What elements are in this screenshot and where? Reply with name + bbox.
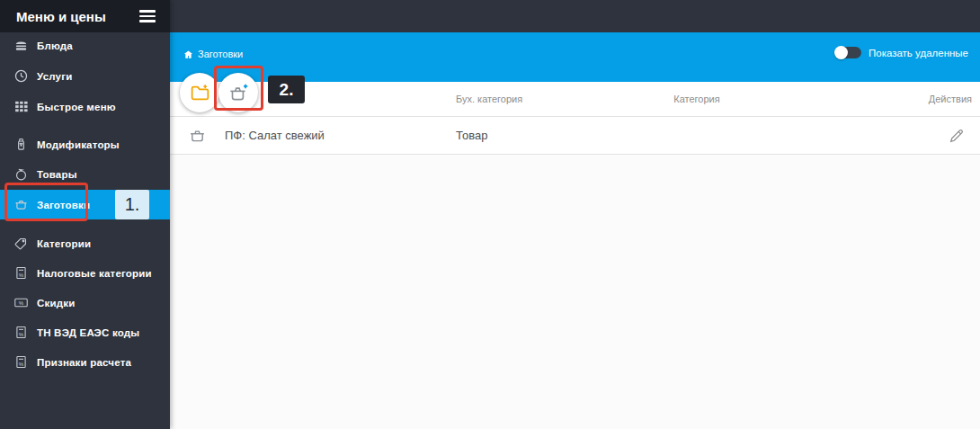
svg-text:%: % [18, 362, 23, 367]
toggle-knob [834, 46, 848, 59]
sidebar-item-preparations[interactable]: Заготовки [0, 190, 170, 219]
doc-percent-icon: % [13, 265, 29, 282]
sidebar-item-label: Товары [37, 169, 77, 180]
home-icon [183, 49, 193, 59]
pot-icon [13, 197, 29, 213]
column-header-category: Категория [655, 94, 738, 104]
tomato-icon [13, 166, 29, 183]
sidebar-item-label: Услуги [37, 71, 72, 82]
sidebar-item-services[interactable]: Услуги [0, 61, 170, 91]
sidebar-item-goods[interactable]: Товары [0, 159, 170, 189]
pot-icon [188, 126, 207, 145]
top-dark-strip [170, 0, 980, 32]
svg-text:%: % [18, 332, 23, 337]
table-header-row [170, 82, 980, 117]
table-row[interactable]: ПФ: Салат свежий Товар [170, 117, 980, 155]
discount-icon: % [13, 295, 29, 311]
sidebar-item-label: Блюда [37, 40, 73, 51]
sidebar-item-label: Налоговые категории [37, 268, 152, 279]
edit-button[interactable] [946, 125, 967, 147]
sidebar-item-calc-attributes[interactable]: % Признаки расчета [0, 347, 170, 377]
column-header-buh-category: Бух. категория [456, 94, 522, 104]
show-deleted-label: Показать удаленные [869, 48, 968, 58]
sidebar-item-label: Скидки [37, 298, 75, 308]
svg-text:%: % [18, 273, 23, 278]
folder-plus-icon [189, 82, 211, 104]
sidebar-item-categories[interactable]: Категории [0, 228, 170, 258]
app-window: Меню и цены Блюда Услуги Быстрое меню [0, 0, 980, 429]
sidebar-item-discounts[interactable]: % Скидки [0, 288, 170, 317]
sidebar-item-label: Модификаторы [37, 139, 120, 150]
svg-text:%: % [18, 300, 23, 306]
add-preparation-button[interactable] [218, 73, 258, 112]
sidebar-item-tnved-codes[interactable]: % ТН ВЭД ЕАЭС коды [0, 317, 170, 347]
sidebar-item-label: Категории [37, 238, 91, 249]
sidebar-item-modifiers[interactable]: Модификаторы [0, 130, 170, 159]
row-name: ПФ: Салат свежий [225, 129, 325, 142]
app-title: Меню и цены [16, 9, 139, 24]
sidebar-item-label: Признаки расчета [37, 357, 131, 368]
shaker-icon [13, 137, 29, 153]
sidebar-item-tax-categories[interactable]: % Налоговые категории [0, 258, 170, 288]
column-header-actions: Действия [929, 94, 972, 104]
sidebar-item-label: Заготовки [37, 200, 90, 210]
sidebar-item-label: ТН ВЭД ЕАЭС коды [37, 327, 139, 338]
clock-icon [13, 68, 29, 85]
sidebar-header: Меню и цены [0, 0, 170, 32]
sidebar-item-quick-menu[interactable]: Быстрое меню [0, 92, 170, 121]
pot-plus-icon [227, 81, 250, 104]
breadcrumb-label: Заготовки [198, 49, 243, 59]
hamburger-menu-icon[interactable] [139, 7, 156, 25]
row-buh-category: Товар [456, 129, 487, 142]
pencil-icon [948, 127, 966, 145]
add-folder-button[interactable] [180, 73, 219, 112]
burger-icon [13, 38, 29, 54]
breadcrumb[interactable]: Заготовки [183, 49, 243, 59]
grid-icon [13, 99, 29, 115]
sidebar: Меню и цены Блюда Услуги Быстрое меню [0, 0, 170, 429]
page-header-bar: Заготовки Показать удаленные [170, 32, 980, 82]
sidebar-item-label: Быстрое меню [37, 102, 116, 112]
doc-percent-icon: % [13, 354, 29, 371]
show-deleted-group: Показать удаленные [836, 47, 968, 58]
sidebar-item-dishes[interactable]: Блюда [0, 31, 170, 60]
doc-percent-icon: % [13, 325, 29, 341]
tag-icon [13, 236, 29, 252]
main-content: Заготовки Показать удаленные Бух. катего… [170, 0, 980, 429]
show-deleted-toggle[interactable] [836, 47, 861, 58]
